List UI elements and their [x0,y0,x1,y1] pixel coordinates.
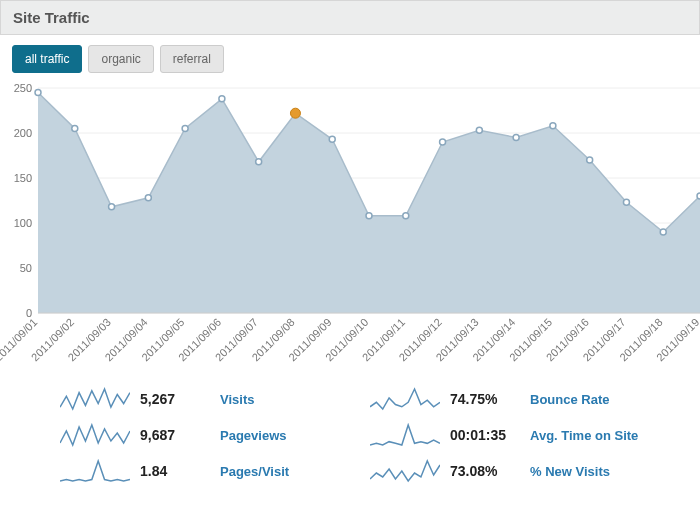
svg-point-16 [145,195,151,201]
metric-label[interactable]: Pageviews [220,428,287,443]
svg-text:50: 50 [20,262,32,274]
metric-label[interactable]: Visits [220,392,254,407]
metric-label[interactable]: Bounce Rate [530,392,609,407]
metric-value: 74.75% [450,391,520,407]
svg-text:200: 200 [14,127,32,139]
metric-value: 1.84 [140,463,210,479]
sparkline-icon [60,423,130,447]
svg-point-26 [513,135,519,141]
svg-point-19 [256,159,262,165]
tab-all-traffic[interactable]: all traffic [12,45,82,73]
svg-point-29 [623,199,629,205]
metric-visits: 5,267 Visits [60,381,370,417]
svg-text:100: 100 [14,217,32,229]
svg-point-15 [109,204,115,210]
panel-title: Site Traffic [13,9,687,26]
svg-point-30 [660,229,666,235]
svg-point-22 [366,213,372,219]
metric-value: 9,687 [140,427,210,443]
traffic-chart: 0501001502002502011/09/012011/09/022011/… [0,73,700,373]
line-chart-svg: 0501001502002502011/09/012011/09/022011/… [0,83,700,383]
metrics-grid: 5,267 Visits 74.75% Bounce Rate 9,687 Pa… [0,373,700,509]
svg-point-28 [587,157,593,163]
tab-organic[interactable]: organic [88,45,153,73]
tabs: all traffic organic referral [0,35,700,73]
sparkline-icon [370,423,440,447]
panel-header: Site Traffic [0,0,700,35]
tab-referral[interactable]: referral [160,45,224,73]
svg-point-14 [72,126,78,132]
metric-pageviews: 9,687 Pageviews [60,417,370,453]
svg-point-17 [182,126,188,132]
sparkline-icon [60,459,130,483]
svg-point-23 [403,213,409,219]
svg-point-24 [440,139,446,145]
svg-point-18 [219,96,225,102]
svg-point-32 [290,108,300,118]
svg-point-27 [550,123,556,129]
svg-point-13 [35,90,41,96]
metric-label[interactable]: Pages/Visit [220,464,289,479]
metric-new-visits: 73.08% % New Visits [370,453,680,489]
sparkline-icon [60,387,130,411]
metric-value: 5,267 [140,391,210,407]
metric-pages-per-visit: 1.84 Pages/Visit [60,453,370,489]
metric-label[interactable]: Avg. Time on Site [530,428,638,443]
svg-text:250: 250 [14,83,32,94]
svg-text:150: 150 [14,172,32,184]
sparkline-icon [370,459,440,483]
metric-label[interactable]: % New Visits [530,464,610,479]
sparkline-icon [370,387,440,411]
svg-point-25 [476,127,482,133]
metric-value: 73.08% [450,463,520,479]
svg-point-21 [329,136,335,142]
metric-avg-time: 00:01:35 Avg. Time on Site [370,417,680,453]
metric-bounce-rate: 74.75% Bounce Rate [370,381,680,417]
metric-value: 00:01:35 [450,427,520,443]
